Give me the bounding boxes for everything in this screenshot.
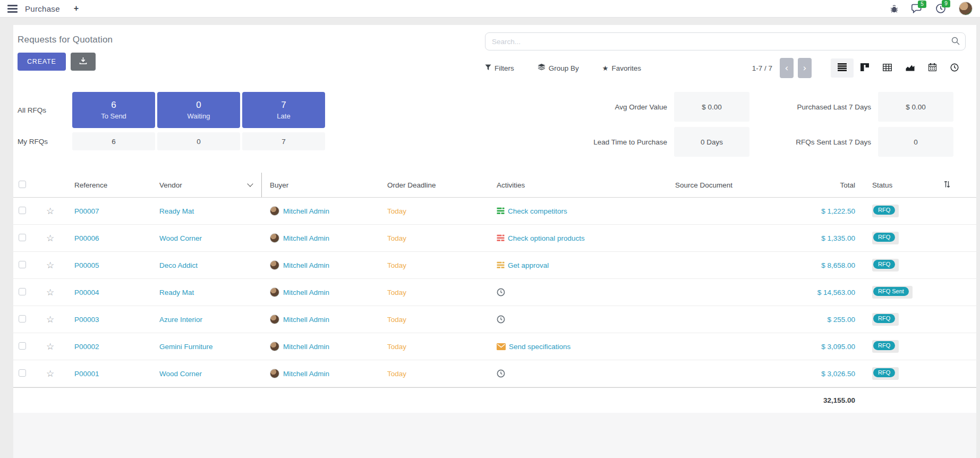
vendor-link[interactable]: Ready Mat <box>159 289 194 296</box>
reference-link[interactable]: P00005 <box>74 261 99 269</box>
messages-button[interactable]: 5 <box>911 4 923 13</box>
header-vendor[interactable]: Vendor <box>151 173 262 197</box>
vendor-link[interactable]: Azure Interior <box>159 316 202 324</box>
export-button[interactable] <box>71 53 96 71</box>
header-reference[interactable]: Reference <box>66 181 151 189</box>
vendor-link[interactable]: Gemini Furniture <box>159 343 213 351</box>
app-title[interactable]: Purchase <box>25 4 60 13</box>
activity-icon[interactable] <box>497 369 505 378</box>
avg-order-value[interactable]: $ 0.00 <box>674 92 749 122</box>
star-toggle-icon[interactable]: ☆ <box>46 314 54 325</box>
activity-icon[interactable] <box>497 343 506 350</box>
pager-prev-button[interactable]: ‹ <box>780 58 794 78</box>
star-toggle-icon[interactable]: ☆ <box>46 368 54 379</box>
buyer-link[interactable]: Mitchell Admin <box>283 316 329 324</box>
row-checkbox[interactable] <box>19 261 26 268</box>
select-all-checkbox[interactable] <box>19 181 26 188</box>
purchased-7d-value[interactable]: $ 0.00 <box>878 92 953 122</box>
add-tab-button[interactable]: + <box>74 4 79 13</box>
header-source-document[interactable]: Source Document <box>664 181 744 189</box>
reference-link[interactable]: P00007 <box>74 207 99 215</box>
table-footer: 32,155.00 <box>13 387 976 413</box>
star-toggle-icon[interactable]: ☆ <box>46 233 54 243</box>
buyer-avatar <box>270 315 279 324</box>
kanban-view-button[interactable] <box>854 58 876 78</box>
table-row[interactable]: ☆ P00007 Ready Mat Mitchell Admin Today … <box>13 198 976 225</box>
lead-time-value[interactable]: 0 Days <box>674 127 749 157</box>
buyer-link[interactable]: Mitchell Admin <box>283 261 329 269</box>
optional-columns-icon[interactable] <box>943 181 951 189</box>
vendor-link[interactable]: Wood Corner <box>159 370 202 378</box>
activities-button[interactable]: 9 <box>935 3 946 14</box>
star-toggle-icon[interactable]: ☆ <box>46 287 54 298</box>
buyer-link[interactable]: Mitchell Admin <box>283 343 329 351</box>
activity-icon[interactable] <box>497 288 505 296</box>
buyer-link[interactable]: Mitchell Admin <box>283 370 329 378</box>
table-row[interactable]: ☆ P00001 Wood Corner Mitchell Admin Toda… <box>13 360 976 387</box>
header-activities[interactable]: Activities <box>489 181 664 189</box>
reference-link[interactable]: P00003 <box>74 316 99 324</box>
user-avatar[interactable] <box>959 2 973 15</box>
activity-icon[interactable] <box>497 207 505 215</box>
vendor-link[interactable]: Ready Mat <box>159 207 194 215</box>
debug-bug-icon[interactable] <box>890 4 899 13</box>
group-by-button[interactable]: Group By <box>538 64 579 73</box>
kpi-late[interactable]: 7 Late <box>242 92 325 128</box>
apps-menu-icon[interactable] <box>7 5 18 13</box>
activity-view-button[interactable] <box>943 58 966 78</box>
create-button[interactable]: CREATE <box>18 53 66 71</box>
search-icon[interactable] <box>951 37 960 47</box>
kpi-waiting[interactable]: 0 Waiting <box>157 92 240 128</box>
list-view-button[interactable] <box>831 58 854 78</box>
reference-link[interactable]: P00002 <box>74 343 99 351</box>
header-buyer[interactable]: Buyer <box>262 181 379 189</box>
row-checkbox[interactable] <box>19 315 26 323</box>
kpi-my-late[interactable]: 7 <box>242 132 325 150</box>
star-toggle-icon[interactable]: ☆ <box>46 206 54 216</box>
rfqs-sent-7d-value[interactable]: 0 <box>878 127 953 157</box>
row-checkbox[interactable] <box>19 342 26 350</box>
kpi-my-waiting[interactable]: 0 <box>157 132 240 150</box>
vendor-link[interactable]: Wood Corner <box>159 234 202 242</box>
activity-link[interactable]: Check optional products <box>508 234 585 242</box>
table-row[interactable]: ☆ P00003 Azure Interior Mitchell Admin T… <box>13 306 976 333</box>
reference-link[interactable]: P00001 <box>74 370 99 378</box>
buyer-link[interactable]: Mitchell Admin <box>283 289 329 296</box>
vendor-link[interactable]: Deco Addict <box>159 261 198 269</box>
pivot-view-button[interactable] <box>876 59 899 78</box>
filters-button[interactable]: Filters <box>485 64 514 72</box>
activity-link[interactable]: Send specifications <box>509 343 570 351</box>
search-input[interactable] <box>485 38 951 46</box>
activity-link[interactable]: Get approval <box>508 261 549 269</box>
graph-view-button[interactable] <box>899 59 922 78</box>
activity-icon[interactable] <box>497 261 505 269</box>
star-toggle-icon[interactable]: ☆ <box>46 341 54 352</box>
calendar-view-button[interactable] <box>922 58 943 78</box>
kpi-my-to-send[interactable]: 6 <box>72 132 155 150</box>
table-row[interactable]: ☆ P00005 Deco Addict Mitchell Admin Toda… <box>13 252 976 279</box>
reference-link[interactable]: P00006 <box>74 234 99 242</box>
reference-link[interactable]: P00004 <box>74 289 99 296</box>
row-checkbox[interactable] <box>19 369 26 377</box>
activity-link[interactable]: Check competitors <box>508 207 567 215</box>
activity-icon[interactable] <box>497 315 505 324</box>
favorites-button[interactable]: ★ Favorites <box>602 64 641 72</box>
header-total[interactable]: Total <box>744 181 863 189</box>
table-row[interactable]: ☆ P00002 Gemini Furniture Mitchell Admin… <box>13 333 976 360</box>
purchase-dashboard: All RFQs 6 To Send 0 Waiting 7 Late My R… <box>13 78 976 157</box>
star-toggle-icon[interactable]: ☆ <box>46 260 54 270</box>
kpi-to-send[interactable]: 6 To Send <box>72 92 155 128</box>
header-order-deadline[interactable]: Order Deadline <box>379 181 489 189</box>
table-body: ☆ P00007 Ready Mat Mitchell Admin Today … <box>13 198 976 387</box>
table-row[interactable]: ☆ P00006 Wood Corner Mitchell Admin Toda… <box>13 225 976 252</box>
buyer-link[interactable]: Mitchell Admin <box>283 207 329 215</box>
row-checkbox[interactable] <box>19 207 26 214</box>
buyer-avatar <box>270 206 279 216</box>
row-checkbox[interactable] <box>19 288 26 295</box>
buyer-link[interactable]: Mitchell Admin <box>283 234 329 242</box>
activity-icon[interactable] <box>497 234 505 242</box>
table-row[interactable]: ☆ P00004 Ready Mat Mitchell Admin Today … <box>13 279 976 306</box>
header-status[interactable]: Status <box>863 181 976 189</box>
pager-next-button[interactable]: › <box>798 58 812 78</box>
row-checkbox[interactable] <box>19 234 26 241</box>
